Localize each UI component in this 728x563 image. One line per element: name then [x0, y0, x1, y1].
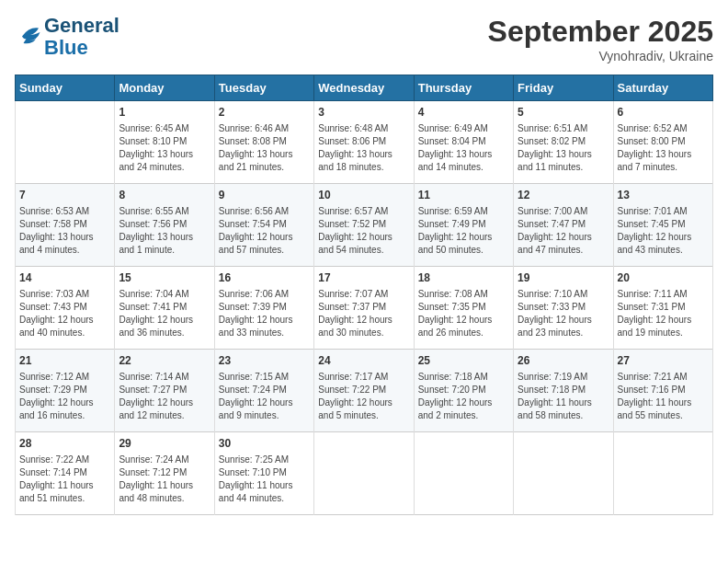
calendar-cell: 10Sunrise: 6:57 AM Sunset: 7:52 PM Dayli… — [314, 184, 414, 267]
day-number: 16 — [219, 270, 310, 286]
calendar-cell: 2Sunrise: 6:46 AM Sunset: 8:08 PM Daylig… — [214, 101, 313, 184]
day-number: 30 — [219, 436, 310, 452]
day-number: 10 — [318, 188, 409, 203]
day-info: Sunrise: 7:04 AM Sunset: 7:41 PM Dayligh… — [119, 288, 210, 339]
day-number: 24 — [318, 353, 409, 369]
day-info: Sunrise: 7:17 AM Sunset: 7:22 PM Dayligh… — [318, 371, 409, 422]
calendar-week-row: 1Sunrise: 6:45 AM Sunset: 8:10 PM Daylig… — [16, 101, 713, 184]
calendar-cell — [314, 432, 414, 515]
day-info: Sunrise: 7:08 AM Sunset: 7:35 PM Dayligh… — [418, 288, 509, 339]
day-number: 26 — [518, 353, 609, 369]
calendar-cell: 30Sunrise: 7:25 AM Sunset: 7:10 PM Dayli… — [214, 432, 313, 515]
day-number: 20 — [618, 270, 709, 286]
day-info: Sunrise: 7:06 AM Sunset: 7:39 PM Dayligh… — [219, 288, 310, 339]
day-info: Sunrise: 6:56 AM Sunset: 7:54 PM Dayligh… — [219, 205, 310, 257]
calendar-cell: 18Sunrise: 7:08 AM Sunset: 7:35 PM Dayli… — [414, 267, 513, 350]
calendar-cell: 9Sunrise: 6:56 AM Sunset: 7:54 PM Daylig… — [214, 184, 313, 267]
day-info: Sunrise: 6:57 AM Sunset: 7:52 PM Dayligh… — [318, 205, 409, 257]
day-info: Sunrise: 7:22 AM Sunset: 7:14 PM Dayligh… — [19, 454, 110, 505]
calendar-cell: 21Sunrise: 7:12 AM Sunset: 7:29 PM Dayli… — [16, 350, 115, 432]
calendar-cell: 5Sunrise: 6:51 AM Sunset: 8:02 PM Daylig… — [514, 101, 613, 184]
calendar-cell: 19Sunrise: 7:10 AM Sunset: 7:33 PM Dayli… — [514, 267, 613, 350]
calendar-cell: 29Sunrise: 7:24 AM Sunset: 7:12 PM Dayli… — [115, 432, 214, 515]
calendar-cell: 16Sunrise: 7:06 AM Sunset: 7:39 PM Dayli… — [214, 267, 313, 350]
title-block: September 2025 Vynohradiv, Ukraine — [488, 15, 713, 63]
day-info: Sunrise: 6:48 AM Sunset: 8:06 PM Dayligh… — [318, 122, 409, 174]
day-number: 15 — [119, 270, 210, 286]
day-info: Sunrise: 7:14 AM Sunset: 7:27 PM Dayligh… — [119, 371, 210, 422]
calendar-week-row: 28Sunrise: 7:22 AM Sunset: 7:14 PM Dayli… — [16, 432, 713, 515]
day-info: Sunrise: 6:53 AM Sunset: 7:58 PM Dayligh… — [19, 205, 110, 257]
day-number: 12 — [518, 188, 609, 203]
day-number: 7 — [19, 188, 110, 203]
calendar-cell: 13Sunrise: 7:01 AM Sunset: 7:45 PM Dayli… — [613, 184, 712, 267]
day-info: Sunrise: 6:59 AM Sunset: 7:49 PM Dayligh… — [418, 205, 509, 257]
day-info: Sunrise: 7:15 AM Sunset: 7:24 PM Dayligh… — [219, 371, 310, 422]
day-info: Sunrise: 7:12 AM Sunset: 7:29 PM Dayligh… — [19, 371, 110, 422]
calendar-cell: 17Sunrise: 7:07 AM Sunset: 7:37 PM Dayli… — [314, 267, 414, 350]
day-number: 25 — [418, 353, 509, 369]
day-number: 2 — [219, 105, 310, 121]
calendar-cell: 12Sunrise: 7:00 AM Sunset: 7:47 PM Dayli… — [514, 184, 613, 267]
calendar-cell: 23Sunrise: 7:15 AM Sunset: 7:24 PM Dayli… — [214, 350, 313, 432]
calendar-cell: 7Sunrise: 6:53 AM Sunset: 7:58 PM Daylig… — [16, 184, 115, 267]
day-number: 28 — [19, 436, 110, 452]
calendar-week-row: 21Sunrise: 7:12 AM Sunset: 7:29 PM Dayli… — [16, 350, 713, 432]
weekday-header: Thursday — [414, 75, 513, 101]
day-info: Sunrise: 7:18 AM Sunset: 7:20 PM Dayligh… — [418, 371, 509, 422]
day-info: Sunrise: 6:55 AM Sunset: 7:56 PM Dayligh… — [119, 205, 210, 257]
logo: General Blue — [15, 15, 119, 59]
calendar-week-row: 14Sunrise: 7:03 AM Sunset: 7:43 PM Dayli… — [16, 267, 713, 350]
calendar-cell — [16, 101, 115, 184]
day-info: Sunrise: 7:24 AM Sunset: 7:12 PM Dayligh… — [119, 454, 210, 505]
logo-text: General Blue — [44, 15, 119, 59]
calendar-cell: 27Sunrise: 7:21 AM Sunset: 7:16 PM Dayli… — [613, 350, 712, 432]
day-number: 5 — [518, 105, 609, 121]
weekday-header: Friday — [514, 75, 613, 101]
day-number: 27 — [618, 353, 709, 369]
calendar-cell: 15Sunrise: 7:04 AM Sunset: 7:41 PM Dayli… — [115, 267, 214, 350]
weekday-header: Wednesday — [314, 75, 414, 101]
day-number: 23 — [219, 353, 310, 369]
calendar-cell: 25Sunrise: 7:18 AM Sunset: 7:20 PM Dayli… — [414, 350, 513, 432]
day-number: 22 — [119, 353, 210, 369]
day-info: Sunrise: 7:03 AM Sunset: 7:43 PM Dayligh… — [19, 288, 110, 339]
page-header: General Blue September 2025 Vynohradiv, … — [15, 15, 713, 63]
day-info: Sunrise: 7:07 AM Sunset: 7:37 PM Dayligh… — [318, 288, 409, 339]
calendar-cell — [514, 432, 613, 515]
day-number: 17 — [318, 270, 409, 286]
day-info: Sunrise: 7:10 AM Sunset: 7:33 PM Dayligh… — [518, 288, 609, 339]
day-number: 4 — [418, 105, 509, 121]
calendar-cell: 6Sunrise: 6:52 AM Sunset: 8:00 PM Daylig… — [613, 101, 712, 184]
day-number: 3 — [318, 105, 409, 121]
day-info: Sunrise: 6:49 AM Sunset: 8:04 PM Dayligh… — [418, 122, 509, 174]
day-info: Sunrise: 6:46 AM Sunset: 8:08 PM Dayligh… — [219, 122, 310, 174]
day-number: 9 — [219, 188, 310, 203]
calendar-cell: 8Sunrise: 6:55 AM Sunset: 7:56 PM Daylig… — [115, 184, 214, 267]
day-info: Sunrise: 7:19 AM Sunset: 7:18 PM Dayligh… — [518, 371, 609, 422]
day-info: Sunrise: 7:21 AM Sunset: 7:16 PM Dayligh… — [618, 371, 709, 422]
day-info: Sunrise: 6:45 AM Sunset: 8:10 PM Dayligh… — [119, 122, 210, 174]
day-number: 21 — [19, 353, 110, 369]
weekday-header: Sunday — [16, 75, 115, 101]
calendar-cell: 14Sunrise: 7:03 AM Sunset: 7:43 PM Dayli… — [16, 267, 115, 350]
calendar-cell — [613, 432, 712, 515]
weekday-header: Monday — [115, 75, 214, 101]
day-number: 29 — [119, 436, 210, 452]
calendar-cell: 3Sunrise: 6:48 AM Sunset: 8:06 PM Daylig… — [314, 101, 414, 184]
calendar-cell: 20Sunrise: 7:11 AM Sunset: 7:31 PM Dayli… — [613, 267, 712, 350]
day-number: 14 — [19, 270, 110, 286]
calendar-cell: 26Sunrise: 7:19 AM Sunset: 7:18 PM Dayli… — [514, 350, 613, 432]
calendar-cell: 24Sunrise: 7:17 AM Sunset: 7:22 PM Dayli… — [314, 350, 414, 432]
weekday-header-row: SundayMondayTuesdayWednesdayThursdayFrid… — [16, 75, 713, 101]
day-info: Sunrise: 7:00 AM Sunset: 7:47 PM Dayligh… — [518, 205, 609, 257]
weekday-header: Tuesday — [214, 75, 313, 101]
location: Vynohradiv, Ukraine — [488, 49, 713, 63]
day-number: 19 — [518, 270, 609, 286]
calendar-week-row: 7Sunrise: 6:53 AM Sunset: 7:58 PM Daylig… — [16, 184, 713, 267]
calendar-cell: 4Sunrise: 6:49 AM Sunset: 8:04 PM Daylig… — [414, 101, 513, 184]
calendar-cell: 28Sunrise: 7:22 AM Sunset: 7:14 PM Dayli… — [16, 432, 115, 515]
calendar-cell: 22Sunrise: 7:14 AM Sunset: 7:27 PM Dayli… — [115, 350, 214, 432]
day-info: Sunrise: 7:25 AM Sunset: 7:10 PM Dayligh… — [219, 454, 310, 505]
day-info: Sunrise: 7:01 AM Sunset: 7:45 PM Dayligh… — [618, 205, 709, 257]
